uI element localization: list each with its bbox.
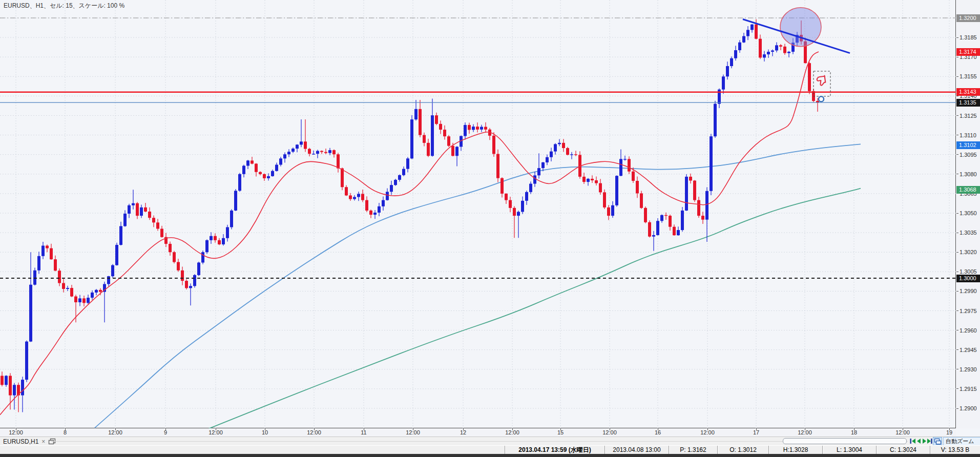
tab-eurusd-h1[interactable]: EURUSD,H1 × (0, 437, 59, 446)
candle-bear (304, 141, 307, 149)
candle-bear (468, 125, 471, 130)
chart-title: EURUSD、H1、セル: 15、スケール: 100 % (4, 2, 124, 10)
candle-bull (234, 191, 237, 211)
price-tick-label: 1.2975 (960, 307, 977, 315)
candle-bull (767, 52, 770, 54)
candle-bull (414, 109, 418, 119)
candle-bear (99, 290, 102, 292)
candle-bull (222, 238, 225, 244)
candle-bull (742, 36, 745, 43)
go-last-icon (927, 439, 932, 444)
candle-bear (361, 194, 364, 200)
price-axis[interactable]: 1.32001.31851.31701.31551.31401.31251.31… (956, 0, 980, 428)
candle-bull (230, 211, 233, 227)
time-tick-label: 9 (164, 429, 167, 435)
price-tick-mark (956, 388, 958, 389)
ma-mid (95, 144, 861, 428)
price-tick-label: 1.2915 (960, 385, 977, 392)
candle-bull (140, 207, 143, 216)
candle-bull (652, 235, 655, 237)
time-tick-label: 19 (946, 429, 952, 435)
time-tick-label: 11 (361, 429, 366, 435)
tab-close-icon[interactable]: × (41, 439, 45, 445)
candle-bull (472, 127, 475, 130)
status-field: O: 1.3012 (717, 446, 768, 454)
ma-slow (207, 189, 861, 428)
candle-bear (70, 288, 73, 297)
time-tick-label: 8 (64, 429, 67, 435)
candle-bear (169, 244, 172, 252)
candle-bull (193, 275, 196, 286)
price-tick-label: 1.2990 (960, 287, 977, 295)
candle-bull (287, 152, 290, 154)
candle-bull (714, 104, 717, 137)
candle-bear (50, 248, 53, 260)
candle-bull (558, 143, 561, 144)
candle-bull (107, 276, 110, 284)
candle-bull (132, 203, 135, 205)
candle-bear (62, 283, 65, 289)
status-field: V: 13.53 B (930, 446, 980, 454)
status-bar: 2013.04.17 13:59 (水曜日)2013.04.08 13:00P:… (0, 445, 980, 454)
auto-zoom-button[interactable]: 自動ズーム (943, 437, 980, 446)
price-tick-label: 1.2960 (960, 327, 977, 334)
step-forward-icon (923, 439, 926, 444)
candle-bear (427, 143, 430, 156)
round-line-badge: 1.3000 (956, 275, 980, 282)
candle-bull (406, 158, 409, 169)
candle-bear (439, 124, 442, 130)
candle-bear (783, 47, 786, 53)
candle-bull (37, 256, 40, 271)
time-tick-label: 12:00 (505, 429, 519, 435)
selection-anchor-circle (819, 96, 824, 101)
candle-bear (160, 228, 163, 237)
chart-tab-strip: EURUSD,H1 × (0, 437, 980, 445)
moving-averages (95, 144, 861, 428)
time-axis[interactable]: 12:00812:00912:001012:001112:001212:0015… (0, 428, 956, 437)
high-line-badge: 1.3200 (956, 14, 980, 22)
candle-bull (537, 168, 540, 175)
candle-bear (566, 148, 569, 155)
candle-bull (378, 206, 381, 213)
time-tick-label: 12:00 (307, 429, 321, 435)
candle-bull (115, 245, 118, 265)
status-field: 2013.04.17 13:59 (水曜日) (505, 446, 604, 454)
candle-bull (550, 152, 553, 157)
price-tick-mark (956, 349, 958, 350)
candle-bull (382, 200, 385, 206)
chart-plot-area[interactable] (0, 0, 956, 428)
price-tick-label: 1.3095 (960, 151, 977, 158)
trading-app-window: EURUSD、H1、セル: 15、スケール: 100 % 1.32001.318… (0, 0, 980, 457)
candle-bull (431, 115, 434, 156)
h-scrollbar-track[interactable] (51, 441, 908, 442)
candle-bull (205, 240, 208, 252)
candle-bull (353, 197, 356, 199)
candle-bear (603, 192, 606, 207)
candle-bull (730, 58, 733, 66)
time-tick-label: 12:00 (208, 429, 223, 435)
price-chart-canvas[interactable] (0, 0, 956, 428)
candle-bear (636, 181, 639, 193)
candles (1, 19, 819, 412)
candle-bull (312, 154, 315, 154)
price-tick-label: 1.2945 (960, 346, 977, 354)
price-tick-mark (956, 272, 958, 272)
time-tick-label: 17 (753, 429, 759, 435)
chart-nav-arrows[interactable] (910, 438, 932, 445)
candle-bear (779, 45, 782, 47)
h-scrollbar-thumb[interactable] (783, 438, 907, 444)
price-tick-mark (956, 330, 958, 330)
candle-bear (435, 115, 438, 124)
candle-bear (423, 135, 426, 143)
window-bottom-edge (0, 454, 980, 457)
candle-bear (152, 218, 155, 222)
candle-bear (697, 200, 700, 216)
candle-bear (82, 298, 86, 303)
candle-bull (464, 125, 467, 136)
candle-bull (394, 180, 397, 185)
candle-bull (521, 201, 524, 212)
candle-bear (509, 200, 512, 208)
candle-bull (525, 192, 528, 201)
chart-windows-button[interactable] (933, 437, 942, 446)
candle-bull (357, 194, 360, 197)
